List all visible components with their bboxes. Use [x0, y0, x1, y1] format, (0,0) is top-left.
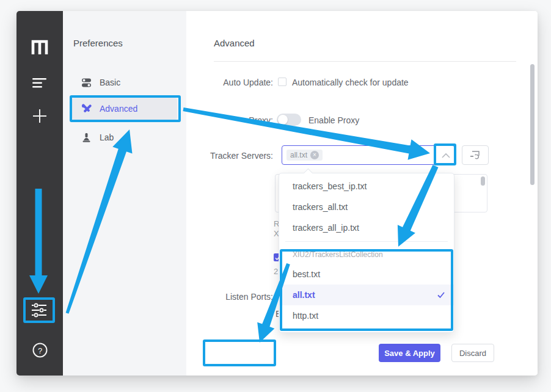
- preferences-panel: Preferences Basic Advanced: [63, 11, 186, 376]
- annotation-box-save: [203, 339, 276, 366]
- annotation-box-dropdown-group: [280, 249, 453, 331]
- sidebar-item-basic[interactable]: Basic: [72, 72, 177, 93]
- sidebar-item-lab[interactable]: Lab: [72, 127, 177, 148]
- task-list-icon[interactable]: [32, 78, 47, 89]
- app-window: ? Preferences Basic: [16, 11, 538, 376]
- sync-trackers-button[interactable]: [462, 145, 489, 165]
- motrix-logo-icon: [31, 39, 49, 55]
- annotation-box-preferences-icon: [23, 297, 55, 323]
- dropdown-option[interactable]: trackers_all.txt: [279, 197, 454, 217]
- tracker-servers-select[interactable]: all.txt ×: [282, 145, 455, 165]
- save-apply-button[interactable]: Save & Apply: [379, 344, 440, 362]
- proxy-label: Proxy:: [188, 115, 273, 125]
- dropdown-option[interactable]: trackers_best_ip.txt: [279, 176, 454, 197]
- tag-label: all.txt: [290, 151, 307, 159]
- svg-text:?: ?: [38, 346, 42, 355]
- proxy-toggle[interactable]: [277, 114, 301, 126]
- selected-tracker-tag: all.txt ×: [286, 150, 323, 161]
- dropdown-option[interactable]: trackers_all_ip.txt: [279, 217, 454, 238]
- tag-close-icon[interactable]: ×: [310, 151, 319, 159]
- add-task-icon[interactable]: [32, 109, 47, 123]
- annotation-box-chevron: [434, 143, 456, 165]
- auto-update-checkbox-label: Automatically check for update: [292, 78, 409, 87]
- sidebar-item-label: Basic: [100, 78, 120, 87]
- toggle-knob: [278, 115, 288, 125]
- help-icon[interactable]: ?: [32, 343, 48, 358]
- discard-button[interactable]: Discard: [451, 344, 494, 362]
- page-scrollbar[interactable]: [530, 64, 535, 185]
- screenshot-stage: ? Preferences Basic: [0, 0, 551, 392]
- listen-ports-label: Listen Ports:: [188, 292, 273, 302]
- preferences-title: Preferences: [73, 38, 123, 48]
- auto-update-checkbox[interactable]: [278, 78, 286, 86]
- info-text-fragment: 2: [274, 267, 278, 276]
- proxy-toggle-label: Enable Proxy: [308, 115, 359, 125]
- sidebar-item-label: Lab: [100, 132, 114, 142]
- tracker-servers-label: Tracker Servers:: [188, 151, 273, 161]
- dropdown-divider: [285, 241, 448, 242]
- annotation-box-advanced: [70, 95, 181, 122]
- lab-stamp-icon: [81, 132, 92, 143]
- auto-update-label: Auto Update:: [188, 78, 273, 87]
- page-title: Advanced: [214, 38, 255, 48]
- basic-toggles-icon: [81, 78, 92, 88]
- title-divider: [214, 61, 516, 62]
- sync-icon: [470, 150, 481, 160]
- textarea-scrollbar[interactable]: [481, 176, 485, 186]
